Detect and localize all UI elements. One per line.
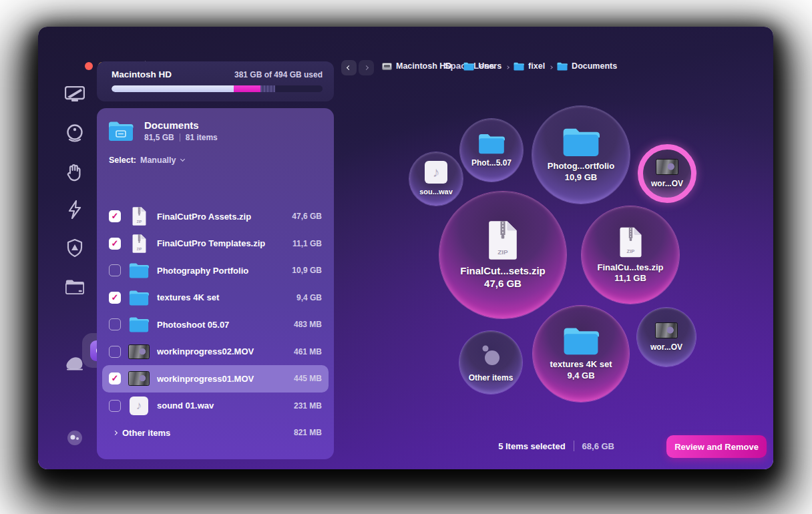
file-row[interactable]: ✓ ZIPFinalCutPro Assets.zip47,6 GB xyxy=(102,203,329,230)
folder-panel: Documents 81,5 GB 81 items Select: Manua… xyxy=(97,108,334,459)
bubble-label: textures 4K set xyxy=(550,359,612,370)
bubble-wor-ov[interactable]: wor...OV xyxy=(637,308,696,366)
bubble-photog-ortfolio[interactable]: Photog...ortfolio10,9 GB xyxy=(532,106,630,204)
file-row[interactable]: Photoshoot 05.07483 MB xyxy=(102,311,329,338)
progress-selected-segment xyxy=(234,85,260,92)
svg-text:ZIP: ZIP xyxy=(136,220,141,224)
breadcrumb-item-macintosh-hd[interactable]: Macintosh HD xyxy=(382,61,451,71)
checkbox-checked[interactable]: ✓ xyxy=(109,238,121,250)
folder-icon xyxy=(563,326,599,355)
review-and-remove-button[interactable]: Review and Remove xyxy=(666,435,767,458)
sidebar-item-assistant[interactable] xyxy=(57,422,92,457)
bubble-size: 11,1 GB xyxy=(614,273,646,284)
video-thumbnail-icon xyxy=(656,159,678,175)
sidebar-item-performance[interactable] xyxy=(57,194,92,228)
file-name: workinprogress02.MOV xyxy=(157,346,294,356)
sidebar-item-privacy[interactable] xyxy=(57,157,92,192)
file-size: 821 MB xyxy=(294,428,322,437)
disk-name: Macintosh HD xyxy=(112,69,172,79)
chevron-down-icon xyxy=(180,157,184,162)
video-thumbnail-icon xyxy=(128,344,150,359)
file-name: FinalCutPro Templates.zip xyxy=(157,238,292,248)
bubble-phot-5-07[interactable]: Phot...5.07 xyxy=(460,119,523,182)
audio-file-icon: ♪ xyxy=(425,161,447,184)
folder-icon xyxy=(478,133,505,154)
bubble-textures-4k-set[interactable]: textures 4K set9,4 GB xyxy=(533,306,629,402)
folder-icon xyxy=(129,316,149,332)
folder-icon xyxy=(65,279,84,297)
zip-file-icon: ZIP xyxy=(487,220,519,261)
file-row[interactable]: ✓ textures 4K set9,4 GB xyxy=(102,284,329,312)
chevron-right-icon xyxy=(506,61,509,71)
file-row[interactable]: Photography Portfolio10,9 GB xyxy=(102,257,329,284)
hand-icon xyxy=(66,164,83,185)
expand-chevron-icon[interactable] xyxy=(109,427,121,439)
bubble-wor-ov[interactable]: wor...OV xyxy=(638,144,696,203)
file-name: FinalCutPro Assets.zip xyxy=(157,212,292,222)
app-window: Start Over Space Lens Macintosh HD 381 G… xyxy=(38,27,773,469)
file-name: Photoshoot 05.07 xyxy=(157,320,294,330)
file-row[interactable]: ✓workinprogress01.MOV445 MB xyxy=(102,365,329,393)
bubble-sou-wav[interactable]: ♪sou...wav xyxy=(409,152,463,206)
nav-forward-button[interactable] xyxy=(359,60,374,75)
file-size: 47,6 GB xyxy=(292,212,322,221)
progress-used-segment xyxy=(112,85,234,92)
sidebar-item-files[interactable] xyxy=(57,270,92,305)
cloud-icon xyxy=(65,356,84,373)
checkbox-unchecked[interactable] xyxy=(109,400,121,412)
close-window-button[interactable] xyxy=(85,62,93,70)
select-label: Select: xyxy=(109,156,136,165)
chevron-left-icon xyxy=(347,65,351,70)
bubble-size: 9,4 GB xyxy=(567,370,594,381)
other-items-icon xyxy=(477,342,504,369)
screen: Start Over Space Lens Macintosh HD 381 G… xyxy=(0,0,812,514)
file-list: ✓ ZIPFinalCutPro Assets.zip47,6 GB✓ ZIPF… xyxy=(102,203,329,447)
select-mode-dropdown[interactable]: Manually xyxy=(140,156,184,165)
divider xyxy=(574,441,574,451)
sidebar-item-storage[interactable] xyxy=(57,347,92,382)
folder-icon xyxy=(562,127,600,157)
file-size: 445 MB xyxy=(294,374,322,383)
checkbox-unchecked[interactable] xyxy=(109,346,121,358)
file-row[interactable]: workinprogress02.MOV461 MB xyxy=(102,338,329,366)
disk-usage-text: 381 GB of 494 GB used xyxy=(234,70,323,79)
lightning-icon xyxy=(67,200,82,222)
disk-usage-card[interactable]: Macintosh HD 381 GB of 494 GB used xyxy=(97,61,334,101)
other-items-row[interactable]: Other items821 MB xyxy=(102,419,329,447)
sidebar-item-cleanup[interactable] xyxy=(57,79,92,113)
bubble-other-items[interactable]: Other items xyxy=(459,331,522,394)
folder-icon xyxy=(463,62,474,71)
selected-count: 5 Items selected xyxy=(498,441,565,451)
documents-folder-icon xyxy=(108,121,134,142)
file-name: Other items xyxy=(122,428,294,438)
breadcrumb-item-documents[interactable]: Documents xyxy=(557,61,617,71)
bubble-finalcu-tes-zip[interactable]: ZIPFinalCu...tes.zip11,1 GB xyxy=(582,206,679,304)
chevron-right-icon xyxy=(456,61,459,71)
checkbox-checked[interactable]: ✓ xyxy=(109,372,121,384)
bubble-label: wor...OV xyxy=(651,179,683,189)
audio-file-icon: ♪ xyxy=(130,397,148,415)
file-row[interactable]: ✓ ZIPFinalCutPro Templates.zip11,1 GB xyxy=(102,230,329,258)
svg-text:ZIP: ZIP xyxy=(626,248,634,254)
checkbox-unchecked[interactable] xyxy=(109,318,121,330)
folder-size: 81,5 GB xyxy=(144,133,174,142)
bubble-label: wor...OV xyxy=(650,342,682,352)
checkbox-checked[interactable]: ✓ xyxy=(109,210,121,222)
progress-purgeable-segment xyxy=(260,85,275,92)
nav-back-button[interactable] xyxy=(341,60,357,75)
checkbox-checked[interactable]: ✓ xyxy=(109,292,121,304)
svg-text:ZIP: ZIP xyxy=(136,248,141,251)
checkbox-unchecked[interactable] xyxy=(109,264,121,276)
folder-icon xyxy=(514,62,524,71)
file-row[interactable]: ♪sound 01.wav231 MB xyxy=(102,393,329,420)
breadcrumb-item-users[interactable]: Users xyxy=(463,61,501,71)
sidebar-item-protection[interactable] xyxy=(57,117,92,152)
bubble-finalcut-sets-zip[interactable]: ZIPFinalCut...sets.zip47,6 GB xyxy=(439,192,566,318)
file-name: workinprogress01.MOV xyxy=(157,374,294,384)
sidebar-item-applications[interactable] xyxy=(57,232,92,267)
folder-icon xyxy=(129,290,149,306)
file-name: sound 01.wav xyxy=(157,401,294,411)
breadcrumb-item-fixel[interactable]: fixel xyxy=(514,61,545,71)
zip-file-icon: ZIP xyxy=(132,234,147,254)
zip-file-icon: ZIP xyxy=(132,206,147,226)
